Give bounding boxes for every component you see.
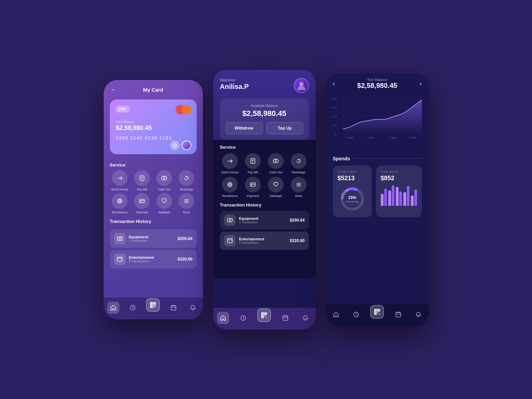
svg-rect-73 xyxy=(283,316,288,320)
p2-nav-history[interactable] xyxy=(237,312,249,324)
nav-home[interactable] xyxy=(107,302,119,314)
p2-equipment[interactable]: Equipment 1 Transaction $200.64 xyxy=(220,211,309,229)
remittance-icon xyxy=(112,193,128,209)
p2-recharge[interactable]: Recharge xyxy=(289,153,309,174)
p2-entertainment[interactable]: Entertainment 5 Transactions $320.60 xyxy=(220,231,309,250)
topup-button[interactable]: Top Up xyxy=(266,122,303,134)
transaction-entertainment[interactable]: Entertainment 5 Transactions $320.60 xyxy=(110,250,197,268)
next-arrow[interactable]: › xyxy=(420,80,422,87)
svg-rect-10 xyxy=(140,199,144,203)
phone2-service-title: Service xyxy=(220,145,309,150)
service-more[interactable]: More xyxy=(177,193,197,214)
svg-rect-69 xyxy=(262,316,263,317)
remittance-label: Remittance xyxy=(112,211,128,214)
p3-nav-home[interactable] xyxy=(330,308,342,321)
svg-point-47 xyxy=(275,160,276,162)
p2-nav-home[interactable] xyxy=(217,312,229,324)
pay-bill-label: Pay Bill xyxy=(137,188,147,191)
p2-cashout-icon xyxy=(268,153,284,169)
svg-rect-35 xyxy=(155,306,156,307)
service-grid: Send money Pay Bill Cash Out Recharge xyxy=(104,170,203,214)
p3-nav-bell[interactable] xyxy=(412,308,425,321)
p2-remittance[interactable]: Remittance xyxy=(220,177,240,198)
welcome-text: Welcome xyxy=(220,78,249,82)
phone2-bottom-nav xyxy=(213,308,316,330)
svg-rect-25 xyxy=(151,303,152,304)
svg-rect-50 xyxy=(250,183,255,186)
svg-rect-6 xyxy=(162,177,167,180)
svg-text:8 Jun: 8 Jun xyxy=(389,136,396,139)
svg-rect-102 xyxy=(378,313,379,314)
p2-nav-calendar[interactable] xyxy=(279,312,291,324)
svg-rect-100 xyxy=(375,312,376,314)
p2-sadaqah-icon xyxy=(268,177,284,192)
service-cash-out[interactable]: Cash Out xyxy=(154,170,174,191)
transaction-equipment[interactable]: Equipment 1 Transaction $200.64 xyxy=(110,229,197,248)
balance-center: Your Balance $2,58,980.45 xyxy=(357,78,397,90)
nav-history[interactable] xyxy=(127,302,139,314)
equipment-count: 1 Transaction xyxy=(129,239,174,242)
spends-section: Spends YOUR LIMIT $5213 15% xyxy=(326,151,429,222)
svg-rect-30 xyxy=(153,305,154,306)
back-icon[interactable]: ← xyxy=(111,86,117,93)
this-week-amount: $852 xyxy=(381,175,417,182)
service-recharge[interactable]: Recharge xyxy=(177,170,197,191)
svg-text:1.0: 1.0 xyxy=(333,124,337,127)
sadaqah-label: Sadaqah xyxy=(158,211,170,214)
svg-text:0: 0 xyxy=(335,133,336,136)
service-pay-bill[interactable]: Pay Bill xyxy=(132,170,152,191)
p2-payment-label: Payment xyxy=(247,194,259,198)
p2-nav-bell[interactable] xyxy=(299,312,312,324)
p2-entertainment-icon xyxy=(224,235,236,247)
donut-text: 15% Remaining xyxy=(346,195,359,203)
p2-pay-bill[interactable]: Pay Bill xyxy=(243,153,263,174)
card-number: 5399 2145 6230 1183 xyxy=(116,135,172,141)
svg-text:2.0: 2.0 xyxy=(333,115,337,118)
your-limit-card: YOUR LIMIT $5213 15% Remaining xyxy=(333,165,372,217)
balance-nav: ‹ Your Balance $2,58,980.45 › xyxy=(326,73,429,90)
donut-percentage: 15% xyxy=(346,195,359,200)
send-money-icon xyxy=(112,170,128,186)
prev-arrow[interactable]: ‹ xyxy=(333,80,335,87)
user-name: Anilisa.P xyxy=(220,83,249,91)
svg-point-41 xyxy=(299,82,303,86)
p2-send-money[interactable]: Send money xyxy=(220,153,240,174)
spends-cards: YOUR LIMIT $5213 15% Remaining xyxy=(333,165,422,217)
p2-recharge-icon xyxy=(291,153,307,169)
service-sadaqah[interactable]: Sadaqah xyxy=(154,193,174,214)
p2-entertainment-amount: $320.60 xyxy=(290,238,304,243)
p2-payment-icon xyxy=(245,177,261,192)
nav-qr[interactable] xyxy=(146,298,160,312)
bar-chart xyxy=(381,185,417,206)
p2-equipment-count: 1 Transaction xyxy=(239,221,287,224)
svg-rect-29 xyxy=(151,306,152,307)
phone1-header: ← My Card xyxy=(104,80,203,96)
equipment-icon xyxy=(114,233,126,244)
withdraw-button[interactable]: Withdrow xyxy=(225,122,263,134)
p2-payment[interactable]: Payment xyxy=(243,177,263,198)
service-payment[interactable]: Payment xyxy=(132,193,152,214)
card-balance-label: Your Blance xyxy=(116,120,191,124)
p3-nav-qr[interactable] xyxy=(370,305,384,319)
p2-sadaqah[interactable]: Sadaqah xyxy=(266,177,286,198)
p2-more[interactable]: More xyxy=(289,177,309,198)
svg-rect-104 xyxy=(396,312,401,317)
p2-cash-out[interactable]: Cash Out xyxy=(266,153,286,174)
p3-nav-calendar[interactable] xyxy=(392,308,404,321)
nav-bell[interactable] xyxy=(187,302,199,314)
svg-rect-67 xyxy=(265,313,267,314)
service-send-money[interactable]: Send money xyxy=(110,170,130,191)
svg-rect-65 xyxy=(262,313,263,314)
user-avatar[interactable] xyxy=(294,78,309,93)
phone2-header: Welcome Anilisa.P xyxy=(213,70,316,98)
transaction-list: Equipment 1 Transaction $200.64 Entertai… xyxy=(104,229,203,268)
svg-point-58 xyxy=(231,218,232,219)
service-remittance[interactable]: Remittance xyxy=(110,193,130,214)
phone3-balance: ‹ Your Balance $2,58,980.45 › 4.0 3.0 2.… xyxy=(326,73,429,326)
entertainment-amount: $320.60 xyxy=(178,257,192,262)
p3-nav-history[interactable] xyxy=(350,308,362,321)
nav-calendar[interactable] xyxy=(167,302,180,314)
phone2-transaction-list: Equipment 1 Transaction $200.64 Entertai… xyxy=(220,211,309,250)
p2-nav-qr[interactable] xyxy=(257,308,271,322)
entertainment-info: Entertainment 5 Transactions xyxy=(129,255,174,263)
